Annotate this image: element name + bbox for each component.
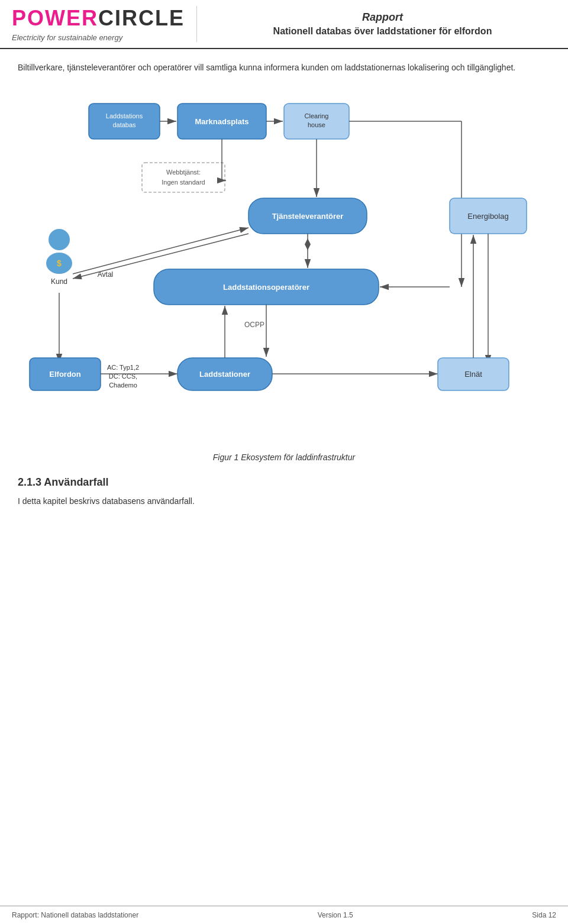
header-title-area: Rapport Nationell databas över laddstati…: [209, 6, 556, 42]
section-heading: 2.1.3 Användarfall: [18, 476, 550, 489]
svg-text:Webbtjänst:: Webbtjänst:: [166, 169, 201, 176]
logo-area: POWERCIRCLE Electricity for sustainable …: [12, 6, 197, 42]
svg-text:Clearing: Clearing: [305, 112, 329, 119]
svg-text:databas: databas: [112, 121, 136, 128]
svg-text:Ingen standard: Ingen standard: [162, 179, 205, 186]
svg-text:Laddstationsoperatörer: Laddstationsoperatörer: [223, 283, 309, 292]
logo-tagline: Electricity for sustainable energy: [12, 33, 185, 42]
svg-text:Marknadsplats: Marknadsplats: [195, 117, 248, 126]
svg-text:OCPP: OCPP: [244, 321, 264, 329]
diagram-svg: Laddstations databas Marknadsplats Clear…: [18, 86, 550, 441]
footer-center: Version 1.5: [318, 911, 353, 919]
footer-right: Sida 12: [532, 911, 556, 919]
svg-text:Energibolag: Energibolag: [467, 212, 508, 221]
svg-point-19: [49, 229, 70, 250]
svg-text:Laddstations: Laddstations: [106, 112, 143, 119]
kund-label: Kund: [51, 277, 67, 286]
intro-text: Biltillverkare, tjänsteleverantörer och …: [18, 61, 550, 74]
header-subtitle: Nationell databas över laddstationer för…: [273, 26, 492, 37]
rapport-label: Rapport: [362, 11, 403, 24]
svg-marker-34: [305, 238, 311, 250]
main-content: Biltillverkare, tjänsteleverantörer och …: [0, 49, 568, 520]
diagram-container: Laddstations databas Marknadsplats Clear…: [18, 86, 550, 441]
logo: POWERCIRCLE: [12, 6, 185, 31]
diagram-svg-wrapper: Laddstations databas Marknadsplats Clear…: [18, 86, 550, 441]
svg-text:Elnät: Elnät: [464, 370, 482, 379]
logo-circle: CIRCLE: [98, 6, 185, 30]
svg-text:$: $: [57, 259, 62, 268]
svg-rect-14: [142, 163, 225, 192]
page-header: POWERCIRCLE Electricity for sustainable …: [0, 0, 568, 49]
section-text: I detta kapitel beskrivs databasens anvä…: [18, 495, 550, 508]
svg-text:Elfordon: Elfordon: [49, 370, 80, 379]
svg-text:house: house: [308, 121, 325, 128]
logo-power: POWER: [12, 6, 98, 30]
svg-text:Chademo: Chademo: [109, 382, 137, 389]
svg-text:Laddstationer: Laddstationer: [199, 370, 250, 379]
footer-left: Rapport: Nationell databas laddstationer: [12, 911, 138, 919]
svg-text:Tjänsteleverantörer: Tjänsteleverantörer: [272, 212, 344, 221]
figure-caption: Figur 1 Ekosystem för laddinfrastruktur: [18, 453, 550, 462]
page-footer: Rapport: Nationell databas laddstationer…: [0, 906, 568, 924]
svg-line-23: [73, 228, 248, 274]
svg-text:AC: Typ1,2: AC: Typ1,2: [107, 364, 139, 371]
